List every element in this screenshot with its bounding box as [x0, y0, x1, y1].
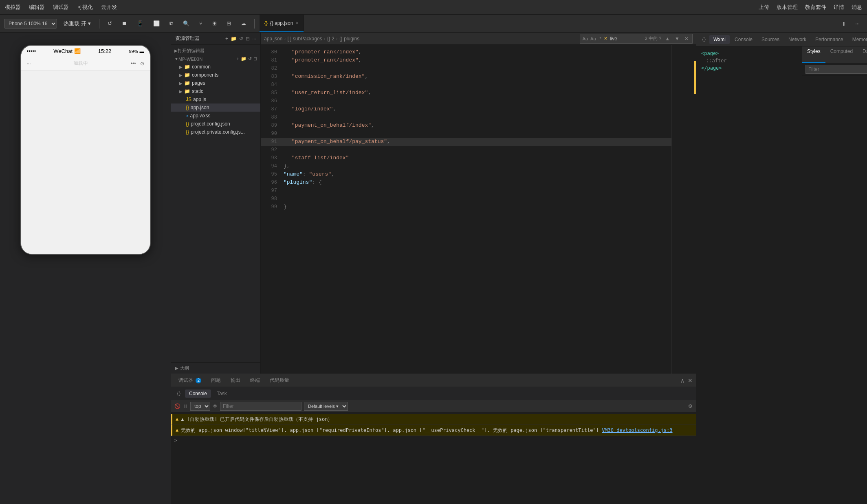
phone-button[interactable]: 📱 — [134, 19, 147, 28]
phone-back-icon[interactable]: ··· — [27, 61, 31, 66]
tree-item-components[interactable]: ▶ 📁 components — [171, 71, 260, 79]
outline-section[interactable]: ▶ 大纲 — [171, 362, 260, 374]
wxml-page-open[interactable]: <page> — [696, 50, 802, 57]
style-tab-dataset[interactable]: Dataset — [858, 46, 867, 63]
devtools-tab-console[interactable]: Console — [731, 35, 757, 44]
add-folder-icon[interactable]: 📁 — [241, 56, 246, 62]
regex-btn[interactable]: .* — [599, 36, 601, 41]
menu-debugger[interactable]: 调试器 — [53, 4, 69, 11]
panel-close-button[interactable]: ✕ — [688, 377, 693, 384]
grid-button[interactable]: ⊟ — [223, 19, 234, 28]
refresh-explorer-icon[interactable]: ↺ — [239, 36, 243, 42]
tree-item-static[interactable]: ▶ 📁 static — [171, 87, 260, 95]
tree-item-projectconfig[interactable]: {} project.config.json — [171, 120, 260, 128]
search-toolbar-button[interactable]: 🔍 — [180, 19, 193, 28]
tree-item-appjs[interactable]: JS app.js — [171, 95, 260, 103]
console-msg-text-1: ▲ [自动热重载] 已开启代码文件保存后自动热重载（不支持 json） — [181, 416, 693, 423]
issues-tab[interactable]: 问题 — [207, 376, 225, 385]
context-selector[interactable]: top — [190, 402, 210, 411]
level-selector[interactable]: Default levels ▾ — [304, 402, 348, 411]
menu-upload[interactable]: 上传 — [759, 4, 769, 11]
wxml-tag-page-close: </page> — [701, 65, 722, 71]
console-tab-task[interactable]: Task — [213, 390, 231, 398]
hot-reload-button[interactable]: 热重载 开 ▾ — [60, 18, 94, 29]
tab-close-button[interactable]: ✕ — [295, 21, 299, 25]
collapse-icon[interactable]: ⊟ — [246, 36, 250, 42]
split-button[interactable]: ⫿ — [839, 19, 849, 28]
refresh-button[interactable]: ↺ — [104, 19, 115, 28]
layout-button[interactable]: ⊞ — [209, 19, 220, 28]
output-tab[interactable]: 输出 — [227, 376, 244, 385]
window-button[interactable]: ⬜ — [150, 19, 163, 28]
console-filter-input[interactable] — [220, 402, 301, 411]
tree-item-common[interactable]: ▶ 📁 common — [171, 63, 260, 71]
code-quality-tab[interactable]: 代码质量 — [266, 376, 293, 385]
project-collapse-icon[interactable]: ⊟ — [253, 56, 257, 62]
wxml-after-pseudo[interactable]: ::after — [696, 57, 802, 64]
pause-icon[interactable]: ⏸ — [183, 403, 188, 409]
panel-collapse-button[interactable]: ∧ — [680, 377, 684, 384]
clear-console-icon[interactable]: 🚫 — [174, 403, 180, 409]
search-close-button[interactable]: ✕ — [683, 35, 690, 42]
tree-item-appwxss[interactable]: ≈ app.wxss — [171, 112, 260, 120]
stop-button[interactable]: ⏹ — [119, 19, 130, 28]
console-link-vm30[interactable]: VM30_devtoolsconfig.js:3 — [602, 427, 672, 433]
terminal-tab[interactable]: 终端 — [246, 376, 264, 385]
wxml-page-close[interactable]: </page> — [696, 64, 802, 72]
outline-label: 大纲 — [180, 365, 189, 371]
devtools-tab-performance[interactable]: Performance — [811, 35, 847, 44]
new-folder-icon[interactable]: 📁 — [231, 36, 237, 42]
devtools-tab-memory[interactable]: Memory — [848, 35, 867, 44]
open-editors-section[interactable]: ▶ 打开的编辑器 — [171, 46, 260, 55]
console-settings-icon[interactable]: ⚙ — [688, 403, 693, 409]
phone-icons: 99% ▬ — [129, 49, 144, 54]
menu-version[interactable]: 版本管理 — [777, 4, 798, 11]
search-input[interactable] — [610, 36, 643, 42]
menu-education[interactable]: 教育套件 — [805, 4, 826, 11]
search-next-button[interactable]: ▼ — [673, 35, 681, 42]
whole-word-btn[interactable]: ✕ — [604, 36, 607, 41]
menu-visualize[interactable]: 可视化 — [77, 4, 93, 11]
more-button[interactable]: ··· — [852, 19, 863, 28]
tree-item-pages[interactable]: ▶ 📁 pages — [171, 79, 260, 87]
new-file-icon[interactable]: + — [225, 36, 228, 42]
console-prompt-input[interactable] — [180, 438, 693, 443]
add-file-icon[interactable]: + — [237, 56, 239, 62]
editor-tab-app-json[interactable]: {} {} app.json ✕ — [260, 15, 304, 32]
menu-editor[interactable]: 编辑器 — [29, 4, 45, 11]
git-button[interactable]: ⑂ — [196, 19, 206, 28]
folder-caret-common: ▶ — [179, 65, 183, 69]
tab-icon-button[interactable]: ⧉ — [166, 19, 176, 29]
explorer-more-icon[interactable]: ··· — [252, 36, 256, 42]
line-content — [284, 64, 287, 73]
menu-simulator[interactable]: 模拟器 — [5, 4, 21, 11]
project-section[interactable]: ▼ MP-WEIXIN + 📁 ↺ ⊟ — [171, 55, 260, 63]
menu-messages[interactable]: 消息 — [852, 4, 862, 11]
debugger-tab[interactable]: 调试器 2 — [174, 376, 205, 385]
devtools-tab-wxml[interactable]: Wxml — [709, 35, 730, 44]
devtools-tab-sources[interactable]: Sources — [757, 35, 783, 44]
style-filter-input[interactable] — [805, 65, 867, 74]
menu-cloud[interactable]: 云开发 — [101, 4, 117, 11]
style-tab-styles[interactable]: Styles — [802, 46, 825, 63]
code-line-96: 96"plugins": { — [261, 178, 671, 187]
console-tab-console[interactable]: Console — [185, 390, 211, 398]
style-tab-computed[interactable]: Computed — [825, 46, 858, 63]
debugger-badge: 2 — [196, 378, 201, 383]
cloud-toolbar-button[interactable]: ☁ — [238, 19, 249, 28]
case-sensitive-btn[interactable]: Aa — [590, 36, 596, 41]
search-label: Aa — [583, 36, 588, 41]
device-selector[interactable]: Phone 5 100% 16 — [4, 19, 57, 29]
inspect-icon[interactable]: ⟨⟩ — [174, 389, 183, 398]
project-refresh-icon[interactable]: ↺ — [248, 56, 252, 62]
devtools-tab-network[interactable]: Network — [784, 35, 810, 44]
search-prev-button[interactable]: ▲ — [664, 35, 671, 42]
devtools-inspect-icon[interactable]: ⟨⟩ — [700, 35, 709, 44]
visibility-icon[interactable]: 👁 — [213, 403, 218, 409]
code-content[interactable]: 80"promoter_rank/index",81"promoter_rank… — [261, 45, 671, 374]
tree-item-projectprivate[interactable]: {} project.private.config.js... — [171, 128, 260, 136]
menu-details[interactable]: 详情 — [834, 4, 844, 11]
tree-item-appjson[interactable]: {} app.json — [171, 103, 260, 112]
phone-more-icon[interactable]: ••• — [131, 61, 136, 66]
phone-record-icon[interactable]: ⊙ — [140, 61, 144, 66]
